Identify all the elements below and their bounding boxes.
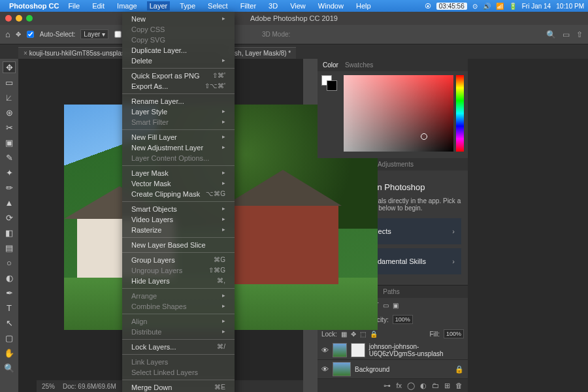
menubar-item-select[interactable]: Select <box>205 1 231 10</box>
document-tab[interactable]: sh, Layer Mask/8) * <box>223 47 296 59</box>
pen-tool[interactable]: ✒ <box>3 287 16 299</box>
menu-item-new-adjustment-layer[interactable]: New Adjustment Layer <box>122 142 235 153</box>
menubar-volume-icon[interactable]: 🔊 <box>483 3 491 10</box>
stamp-tool[interactable]: ▲ <box>3 197 16 208</box>
menu-item-merge-down[interactable]: Merge Down⌘E <box>122 382 235 392</box>
window-zoom-button[interactable] <box>26 15 33 22</box>
menu-item-video-layers[interactable]: Video Layers <box>122 214 235 225</box>
move-tool[interactable]: ✥ <box>3 61 16 73</box>
visibility-icon[interactable]: 👁 <box>321 346 329 354</box>
tab-adjustments[interactable]: Adjustments <box>378 161 414 168</box>
fx-icon[interactable]: fx <box>396 382 402 389</box>
menu-item-layer-mask[interactable]: Layer Mask <box>122 168 235 178</box>
menubar-item-help[interactable]: Help <box>353 1 374 10</box>
history-brush-tool[interactable]: ⟳ <box>3 212 16 223</box>
menubar-item-filter[interactable]: Filter <box>238 1 259 10</box>
menu-item-quick-export-as-png[interactable]: Quick Export as PNG⇧⌘' <box>122 71 235 81</box>
layer-name[interactable]: Background <box>355 366 389 373</box>
menu-item-smart-objects[interactable]: Smart Objects <box>122 204 235 214</box>
auto-select-dropdown[interactable]: Layer ▾ <box>80 29 108 39</box>
gradient-tool[interactable]: ▤ <box>3 242 16 253</box>
menu-item-duplicate-layer-[interactable]: Duplicate Layer... <box>122 45 235 56</box>
search-icon[interactable]: 🔍 <box>546 30 556 39</box>
share-icon[interactable]: ⇧ <box>576 30 583 39</box>
menu-item-layer-style[interactable]: Layer Style <box>122 106 235 117</box>
group-icon[interactable]: 🗀 <box>432 382 439 389</box>
menubar-battery-icon[interactable]: 🔋 <box>509 3 517 10</box>
eyedropper-tool[interactable]: ✎ <box>3 152 16 163</box>
menu-item-rasterize[interactable]: Rasterize <box>122 225 235 235</box>
quick-select-tool[interactable]: ⊛ <box>3 106 16 118</box>
layer-mask-thumb[interactable] <box>351 343 365 357</box>
menubar-item-image[interactable]: Image <box>114 1 140 10</box>
home-icon[interactable]: ⌂ <box>5 29 10 39</box>
menubar-time[interactable]: 10:10 PM <box>556 3 584 10</box>
delete-layer-icon[interactable]: 🗑 <box>455 382 463 389</box>
menu-item-rename-layer-[interactable]: Rename Layer... <box>122 96 235 106</box>
window-minimize-button[interactable] <box>16 15 22 22</box>
auto-select-checkbox[interactable] <box>27 31 33 37</box>
menu-item-vector-mask[interactable]: Vector Mask <box>122 178 235 189</box>
mask-icon[interactable]: ◯ <box>407 382 415 390</box>
lock-all-icon[interactable]: 🔒 <box>370 331 378 338</box>
menu-item-lock-layers-[interactable]: Lock Layers...⌘/ <box>122 342 235 352</box>
marquee-tool[interactable]: ▭ <box>3 76 16 88</box>
lasso-tool[interactable]: ⟀ <box>3 91 16 103</box>
menu-item-create-clipping-mask[interactable]: Create Clipping Mask⌥⌘G <box>122 189 235 199</box>
menubar-item-edit[interactable]: Edit <box>90 1 107 10</box>
filter-shape-icon[interactable]: ▭ <box>383 302 389 309</box>
fg-bg-swatches[interactable] <box>321 75 337 91</box>
visibility-icon[interactable]: 👁 <box>321 365 329 373</box>
hue-strip[interactable] <box>456 75 464 152</box>
menubar-item-view[interactable]: View <box>287 1 308 10</box>
filter-smart-icon[interactable]: ▣ <box>393 302 399 309</box>
menubar-item-layer[interactable]: Layer <box>147 1 171 10</box>
dodge-tool[interactable]: ◐ <box>3 272 16 284</box>
layer-thumb[interactable] <box>333 362 351 376</box>
menu-item-export-as-[interactable]: Export As...⇧⌥⌘' <box>122 81 235 91</box>
tab-color[interactable]: Color <box>323 61 338 69</box>
tab-swatches[interactable]: Swatches <box>345 61 373 69</box>
lock-pixels-icon[interactable]: ▦ <box>341 331 347 338</box>
layer-thumb[interactable] <box>333 343 347 357</box>
new-layer-icon[interactable]: ⊞ <box>444 382 450 390</box>
type-tool[interactable]: T <box>3 302 16 314</box>
lock-artboard-icon[interactable]: ⬚ <box>360 331 366 338</box>
link-layers-icon[interactable]: ⊶ <box>384 382 391 390</box>
zoom-tool[interactable]: 🔍 <box>3 362 16 374</box>
menu-item-delete[interactable]: Delete <box>122 56 235 66</box>
layer-name[interactable]: johnson-johnson-U6Q6zVDgmSs-unsplash <box>369 343 464 357</box>
adjustment-icon[interactable]: ◐ <box>420 382 427 390</box>
opacity-input[interactable]: 100% <box>393 315 413 324</box>
menu-item-new-fill-layer[interactable]: New Fill Layer <box>122 132 235 142</box>
hand-tool[interactable]: ✋ <box>3 347 16 359</box>
brush-tool[interactable]: ✏ <box>3 182 16 193</box>
menu-item-group-layers[interactable]: Group Layers⌘G <box>122 255 235 265</box>
menubar-wifi-icon[interactable]: ⊙ <box>472 3 478 10</box>
layer-row[interactable]: 👁 Background 🔒 <box>318 360 468 379</box>
menubar-item-type[interactable]: Type <box>177 1 198 10</box>
layer-row[interactable]: 👁 johnson-johnson-U6Q6zVDgmSs-unsplash <box>318 341 468 360</box>
menubar-item-3d[interactable]: 3D <box>266 1 280 10</box>
lock-position-icon[interactable]: ✥ <box>351 331 356 338</box>
menubar-wifi2-icon[interactable]: 📶 <box>496 3 504 10</box>
menubar-item-window[interactable]: Window <box>316 1 346 10</box>
crop-tool[interactable]: ✂ <box>3 122 16 133</box>
color-gradient[interactable] <box>344 75 453 152</box>
menu-item-new-layer-based-slice[interactable]: New Layer Based Slice <box>122 240 235 250</box>
menubar-app[interactable]: Photoshop CC <box>9 2 59 10</box>
menubar-item-file[interactable]: File <box>65 1 82 10</box>
move-tool-icon[interactable]: ✥ <box>16 31 21 38</box>
window-close-button[interactable] <box>5 15 12 22</box>
menubar-date[interactable]: Fri Jan 14 <box>522 3 551 10</box>
frame-tool[interactable]: ▣ <box>3 137 16 148</box>
menu-item-hide-layers[interactable]: Hide Layers⌘, <box>122 276 235 286</box>
workspace-icon[interactable]: ▭ <box>563 30 570 39</box>
menu-item-new[interactable]: New <box>122 14 235 24</box>
shape-tool[interactable]: ▢ <box>3 332 16 344</box>
fill-input[interactable]: 100% <box>444 329 464 338</box>
doc-size[interactable]: Doc: 69.6M/69.6M <box>63 383 116 390</box>
eraser-tool[interactable]: ◧ <box>3 227 16 238</box>
healing-tool[interactable]: ✦ <box>3 167 16 178</box>
blur-tool[interactable]: ○ <box>3 257 16 269</box>
